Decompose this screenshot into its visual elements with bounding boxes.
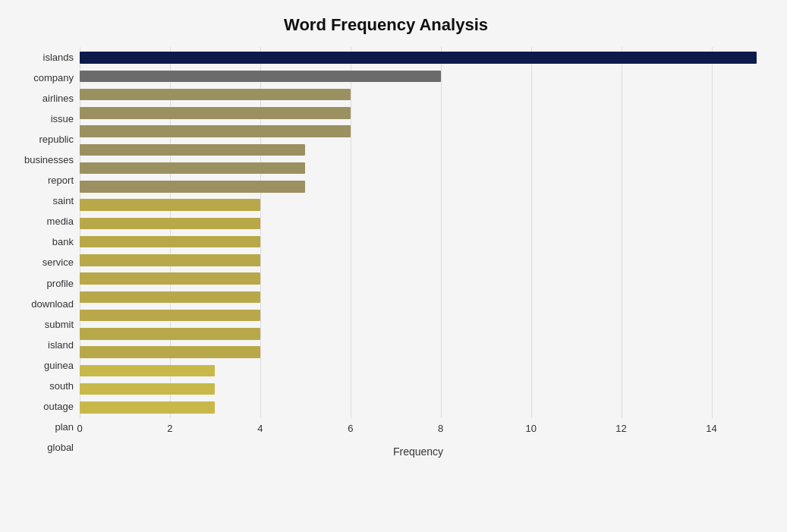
bar-row <box>80 214 757 232</box>
y-axis-label: islands <box>43 47 74 68</box>
x-axis: 02468101214 <box>80 420 757 442</box>
bar <box>80 346 260 358</box>
bar-row <box>80 49 757 67</box>
y-axis-label: profile <box>47 273 74 294</box>
y-axis-label: bank <box>52 231 74 252</box>
y-axis-label: guinea <box>44 355 74 376</box>
y-axis-label: download <box>31 294 74 314</box>
chart-area: islandscompanyairlinesissuerepublicbusin… <box>15 47 757 458</box>
bar-row <box>80 361 757 379</box>
x-axis-tick-label: 2 <box>167 423 172 434</box>
bars-and-grid: 02468101214 Frequency <box>80 47 757 458</box>
x-axis-tick-label: 12 <box>615 423 626 434</box>
y-axis-label: report <box>48 170 74 190</box>
y-axis-label: businesses <box>24 150 74 170</box>
bar <box>80 310 260 322</box>
bar <box>80 107 351 119</box>
y-axis-label: south <box>49 376 74 396</box>
y-axis-label: issue <box>51 109 74 129</box>
bar-row <box>80 86 757 104</box>
x-axis-tick-label: 0 <box>77 423 82 434</box>
bar <box>80 199 260 211</box>
bar <box>80 89 351 101</box>
bar <box>80 71 441 83</box>
bar-row <box>80 307 757 325</box>
bar-row <box>80 140 757 159</box>
x-axis-tick-label: 4 <box>257 423 263 434</box>
bar <box>80 365 215 377</box>
x-axis-tick-label: 6 <box>348 423 353 434</box>
bar <box>80 401 215 414</box>
bar <box>80 125 351 137</box>
y-axis-label: media <box>47 211 74 231</box>
y-axis-label: airlines <box>42 88 74 109</box>
y-axis-label: submit <box>45 314 74 335</box>
grid-and-bars <box>80 47 757 418</box>
bar <box>80 162 305 175</box>
y-axis-label: plan <box>55 417 74 437</box>
bar-row <box>80 251 757 269</box>
x-axis-wrapper: 02468101214 Frequency <box>80 418 757 458</box>
y-axis-label: service <box>42 252 74 272</box>
bar <box>80 181 305 193</box>
bar-row <box>80 380 757 398</box>
bar-row <box>80 343 757 361</box>
x-axis-tick-label: 10 <box>525 423 536 434</box>
y-axis: islandscompanyairlinesissuerepublicbusin… <box>15 47 80 458</box>
y-axis-label: saint <box>53 190 74 211</box>
y-axis-label: republic <box>39 129 74 150</box>
bar-row <box>80 288 757 306</box>
y-axis-label: island <box>48 335 74 355</box>
bar <box>80 291 260 304</box>
y-axis-label: company <box>33 68 74 88</box>
bar-row <box>80 269 757 288</box>
bar <box>80 383 215 395</box>
bar-row <box>80 122 757 140</box>
bar <box>80 328 260 340</box>
bars-column <box>80 47 757 418</box>
bar <box>80 218 260 230</box>
x-axis-title: Frequency <box>80 445 757 458</box>
chart-title: Word Frequency Analysis <box>15 15 757 35</box>
bar <box>80 144 305 156</box>
bar <box>80 254 260 266</box>
x-axis-tick-label: 14 <box>706 423 716 434</box>
bar-row <box>80 178 757 196</box>
chart-container: Word Frequency Analysis islandscompanyai… <box>0 0 787 532</box>
x-axis-tick-label: 8 <box>438 423 443 434</box>
bar <box>80 236 260 248</box>
bar-row <box>80 196 757 214</box>
bar-row <box>80 233 757 251</box>
bar-row <box>80 325 757 343</box>
bar-row <box>80 104 757 122</box>
y-axis-label: global <box>47 437 74 458</box>
bar <box>80 272 260 285</box>
y-axis-label: outage <box>43 396 74 417</box>
bar <box>80 52 757 64</box>
bar-row <box>80 398 757 417</box>
bar-row <box>80 159 757 178</box>
bar-row <box>80 67 757 85</box>
